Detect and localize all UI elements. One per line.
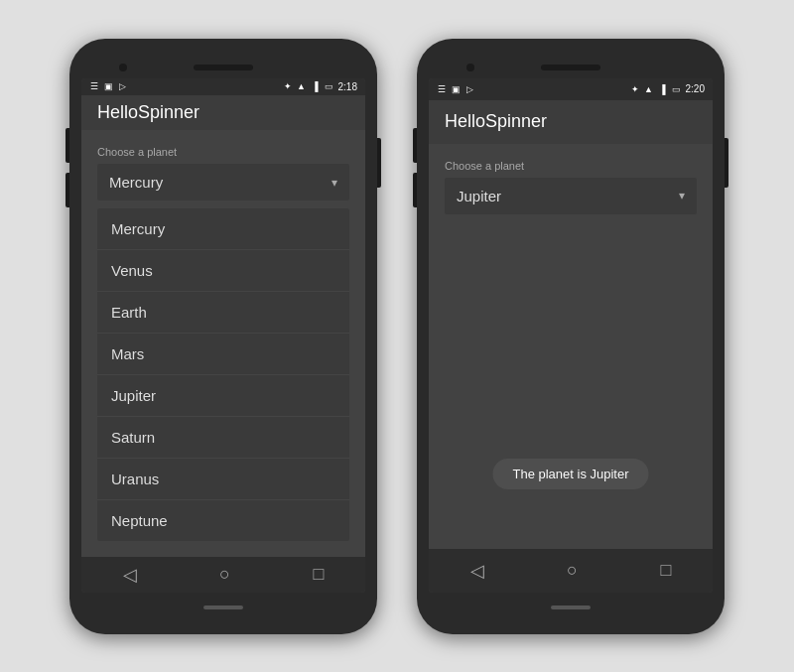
notification-icon-2: ☰ (437, 84, 447, 94)
status-left-icons: ☰ ▣ ▷ (89, 81, 127, 91)
cast-icon-2: ▷ (464, 84, 474, 94)
planet-jupiter[interactable]: Jupiter (97, 375, 349, 417)
cast-icon-1: ▷ (117, 81, 127, 91)
volume-down-button-2[interactable] (413, 173, 417, 207)
spinner-value-1: Mercury (109, 174, 163, 191)
battery-icon-1: ▭ (325, 81, 334, 91)
planet-neptune[interactable]: Neptune (97, 500, 349, 541)
planet-uranus[interactable]: Uranus (97, 459, 349, 500)
app-bar-1: HelloSpinner (81, 95, 365, 130)
app-content-2: Choose a planet Jupiter ▾ The planet is … (429, 144, 713, 549)
sim-icon-1: ▣ (103, 81, 113, 91)
recent-button-2[interactable]: □ (660, 560, 671, 581)
bluetooth-icon-2: ✦ (630, 84, 640, 94)
status-time-2: 2:20 (686, 83, 705, 94)
planet-mars[interactable]: Mars (97, 334, 349, 375)
home-button-2[interactable]: ○ (567, 560, 578, 581)
earpiece-speaker (194, 65, 253, 70)
phone-top-2 (429, 57, 713, 78)
volume-up-button[interactable] (66, 128, 69, 163)
phone-bottom-1 (81, 599, 365, 616)
dropdown-arrow-1: ▾ (331, 176, 337, 190)
wifi-icon-2: ▲ (644, 84, 654, 94)
nav-bar-1: ◁ ○ □ (81, 557, 365, 592)
back-button-1[interactable]: ◁ (123, 564, 137, 586)
front-camera (119, 64, 127, 71)
planet-venus[interactable]: Venus (97, 250, 349, 292)
phone-bottom-2 (429, 599, 713, 616)
phone-2: ☰ ▣ ▷ ✦ ▲ ▐ ▭ 2:20 HelloSpinner Choose a… (417, 39, 725, 634)
app-title-2: HelloSpinner (445, 111, 547, 132)
home-button-1[interactable]: ○ (219, 564, 230, 585)
status-bar-1: ☰ ▣ ▷ ✦ ▲ ▐ ▭ 2:18 (81, 78, 365, 96)
power-button[interactable] (377, 138, 381, 188)
phone-top (81, 57, 365, 78)
back-button-2[interactable]: ◁ (470, 560, 484, 582)
status-right-icons: ✦ ▲ ▐ ▭ 2:18 (283, 81, 357, 92)
wifi-icon-1: ▲ (297, 81, 307, 91)
app-content-1: Choose a planet Mercury ▾ Mercury Venus … (81, 130, 365, 557)
battery-icon-2: ▭ (672, 84, 682, 94)
spinner-value-2: Jupiter (457, 188, 501, 204)
app-bar-2: HelloSpinner (429, 100, 713, 144)
nav-bar-2: ◁ ○ □ (429, 549, 713, 593)
dropdown-arrow-2: ▾ (679, 189, 685, 202)
volume-down-button[interactable] (66, 173, 69, 207)
recent-button-1[interactable]: □ (313, 564, 324, 585)
sim-icon-2: ▣ (451, 84, 461, 94)
app-title-1: HelloSpinner (97, 102, 199, 123)
bluetooth-icon-1: ✦ (283, 81, 293, 91)
phone-2-screen: ☰ ▣ ▷ ✦ ▲ ▐ ▭ 2:20 HelloSpinner Choose a… (429, 78, 713, 593)
signal-icon-1: ▐ (311, 81, 321, 91)
earpiece-speaker-2 (541, 65, 600, 70)
status-bar-2: ☰ ▣ ▷ ✦ ▲ ▐ ▭ 2:20 (429, 78, 713, 100)
phone-1-screen: ☰ ▣ ▷ ✦ ▲ ▐ ▭ 2:18 HelloSpinner Choose a… (81, 78, 365, 593)
spinner-label-2: Choose a planet (445, 160, 697, 172)
power-button-2[interactable] (725, 138, 728, 188)
status-time-1: 2:18 (338, 81, 357, 92)
planet-saturn[interactable]: Saturn (97, 417, 349, 459)
toast-message: The planet is Jupiter (492, 459, 648, 489)
phone-1: ☰ ▣ ▷ ✦ ▲ ▐ ▭ 2:18 HelloSpinner Choose a… (69, 39, 377, 634)
spinner-1[interactable]: Mercury ▾ (97, 164, 349, 201)
status-left-icons-2: ☰ ▣ ▷ (437, 84, 474, 94)
spinner-2[interactable]: Jupiter ▾ (445, 178, 697, 214)
dropdown-list-1: Mercury Venus Earth Mars Jupiter Saturn … (97, 208, 349, 541)
signal-icon-2: ▐ (658, 84, 668, 94)
volume-up-button-2[interactable] (413, 128, 417, 163)
home-indicator-2 (551, 605, 591, 609)
front-camera-2 (466, 64, 474, 71)
planet-mercury[interactable]: Mercury (97, 208, 349, 250)
planet-earth[interactable]: Earth (97, 292, 349, 334)
spinner-label-1: Choose a planet (97, 146, 349, 158)
notification-icon-1: ☰ (89, 81, 99, 91)
home-indicator-1 (203, 605, 243, 609)
status-right-icons-2: ✦ ▲ ▐ ▭ 2:20 (630, 83, 705, 94)
